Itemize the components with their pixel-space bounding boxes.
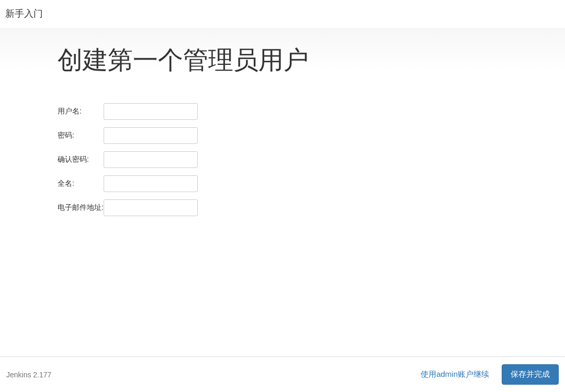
admin-user-form: 用户名: 密码: 确认密码: 全名: 电子邮件地址: — [58, 96, 198, 223]
fullname-label: 全名: — [58, 175, 104, 192]
form-row-fullname: 全名: — [58, 175, 198, 192]
version-label: Jenkins 2.177 — [6, 371, 51, 379]
password-input[interactable] — [104, 127, 198, 144]
username-label: 用户名: — [58, 103, 104, 120]
form-row-username: 用户名: — [58, 103, 198, 120]
form-row-password: 密码: — [58, 127, 198, 144]
page-title: 创建第一个管理员用户 — [58, 43, 565, 77]
form-row-confirm-password: 确认密码: — [58, 151, 198, 168]
email-label: 电子邮件地址: — [58, 199, 104, 216]
header-bar: 新手入门 — [0, 0, 565, 29]
header-title: 新手入门 — [5, 8, 43, 19]
form-row-email: 电子邮件地址: — [58, 199, 198, 216]
password-label: 密码: — [58, 127, 104, 144]
save-and-finish-button[interactable]: 保存并完成 — [502, 364, 559, 385]
footer-bar: Jenkins 2.177 使用admin账户继续 保存并完成 — [0, 356, 565, 392]
email-input[interactable] — [104, 199, 198, 216]
main-content: 创建第一个管理员用户 用户名: 密码: 确认密码: 全名: 电子邮件地址: — [0, 29, 565, 356]
content-wrapper: 创建第一个管理员用户 用户名: 密码: 确认密码: 全名: 电子邮件地址: — [0, 29, 565, 223]
confirm-password-label: 确认密码: — [58, 151, 104, 168]
continue-as-admin-button[interactable]: 使用admin账户继续 — [419, 366, 491, 383]
confirm-password-input[interactable] — [104, 151, 198, 168]
footer-actions: 使用admin账户继续 保存并完成 — [419, 364, 559, 385]
fullname-input[interactable] — [104, 175, 198, 192]
username-input[interactable] — [104, 103, 198, 120]
